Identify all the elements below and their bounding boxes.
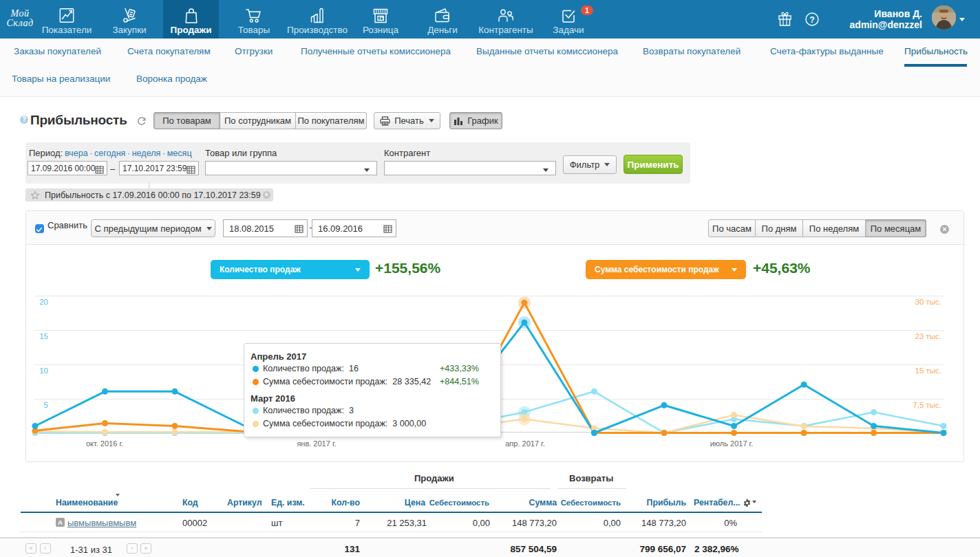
svg-text:23 тыс.: 23 тыс.	[915, 332, 941, 340]
svg-text:апр. 2017 г.: апр. 2017 г.	[505, 439, 545, 448]
svg-text:окт. 2016 г.: окт. 2016 г.	[86, 439, 123, 448]
svg-text:июль 2017 г.: июль 2017 г.	[710, 439, 754, 448]
svg-text:10: 10	[39, 367, 48, 375]
svg-text:15: 15	[39, 332, 48, 340]
svg-text:20: 20	[39, 298, 48, 306]
svg-text:30 тыс.: 30 тыс.	[915, 298, 941, 306]
svg-text:15 тыс.: 15 тыс.	[915, 367, 941, 375]
svg-text:янв. 2017 г.: янв. 2017 г.	[297, 439, 336, 448]
svg-text:7,5 тыс.: 7,5 тыс.	[913, 401, 941, 409]
svg-text:?: ?	[809, 15, 815, 25]
svg-text:5: 5	[44, 401, 48, 409]
